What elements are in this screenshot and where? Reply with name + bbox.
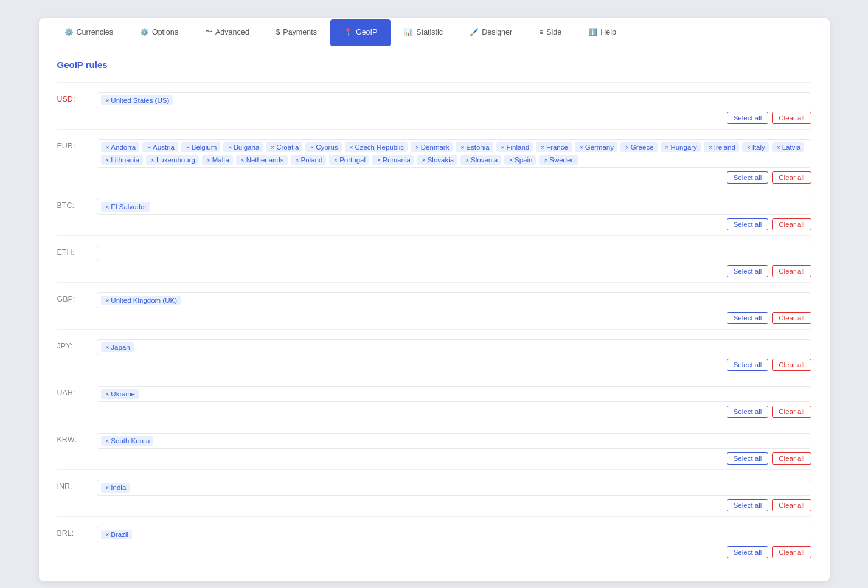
tag: ×Bulgaria bbox=[223, 142, 263, 152]
tag-remove-icon[interactable]: × bbox=[709, 144, 712, 151]
tag: ×Slovenia bbox=[460, 155, 501, 165]
tag-remove-icon[interactable]: × bbox=[106, 204, 109, 210]
tag-remove-icon[interactable]: × bbox=[350, 144, 353, 151]
tag-remove-icon[interactable]: × bbox=[334, 157, 338, 164]
tab-currencies[interactable]: ⚙️Currencies bbox=[51, 19, 127, 46]
tag-remove-icon[interactable]: × bbox=[665, 144, 669, 151]
tag: ×Poland bbox=[291, 155, 327, 165]
tag-remove-icon[interactable]: × bbox=[106, 438, 109, 444]
tag-remove-icon[interactable]: × bbox=[228, 144, 232, 151]
tab-designer[interactable]: 🖌️Designer bbox=[456, 19, 526, 46]
clear-all-button-eur[interactable]: Clear all bbox=[772, 171, 811, 184]
tags-area-krw[interactable]: ×South Korea bbox=[97, 433, 811, 449]
tag-label: South Korea bbox=[111, 437, 150, 444]
tag: ×Ireland bbox=[704, 142, 739, 152]
select-all-button-inr[interactable]: Select all bbox=[727, 499, 769, 511]
tag-remove-icon[interactable]: × bbox=[186, 144, 190, 151]
actions-row-brl: Select allClear all bbox=[97, 546, 811, 558]
tag-label: Austria bbox=[153, 144, 175, 151]
tag-remove-icon[interactable]: × bbox=[501, 144, 505, 151]
select-all-button-jpy[interactable]: Select all bbox=[727, 359, 769, 371]
tag-remove-icon[interactable]: × bbox=[151, 157, 155, 164]
tag-remove-icon[interactable]: × bbox=[422, 157, 426, 164]
tag-label: El Salvador bbox=[111, 203, 147, 210]
tag-remove-icon[interactable]: × bbox=[106, 485, 109, 491]
tag-remove-icon[interactable]: × bbox=[106, 157, 109, 164]
tags-area-gbp[interactable]: ×United Kingdom (UK) bbox=[97, 292, 811, 308]
clear-all-button-uah[interactable]: Clear all bbox=[772, 406, 811, 418]
tag-remove-icon[interactable]: × bbox=[465, 157, 469, 164]
tab-statistic[interactable]: 📊Statistic bbox=[391, 19, 456, 46]
currency-rows-container: USD:×United States (US)Select allClear a… bbox=[57, 82, 811, 563]
tab-payments[interactable]: $Payments bbox=[263, 19, 330, 46]
tag-remove-icon[interactable]: × bbox=[106, 297, 109, 304]
select-all-button-gbp[interactable]: Select all bbox=[727, 312, 769, 324]
tag-remove-icon[interactable]: × bbox=[296, 157, 299, 164]
tab-geoip[interactable]: 📍GeoIP bbox=[330, 19, 391, 46]
tag-remove-icon[interactable]: × bbox=[271, 144, 274, 151]
tab-designer-label: Designer bbox=[482, 28, 512, 36]
actions-row-eth: Select allClear all bbox=[97, 265, 811, 277]
actions-row-eur: Select allClear all bbox=[97, 171, 811, 184]
tag-remove-icon[interactable]: × bbox=[544, 157, 547, 164]
tag-remove-icon[interactable]: × bbox=[207, 157, 210, 164]
select-all-button-brl[interactable]: Select all bbox=[727, 546, 769, 558]
tag-label: India bbox=[111, 484, 126, 491]
clear-all-button-brl[interactable]: Clear all bbox=[772, 546, 811, 558]
tag-remove-icon[interactable]: × bbox=[106, 391, 109, 398]
tag-remove-icon[interactable]: × bbox=[241, 157, 245, 164]
select-all-button-uah[interactable]: Select all bbox=[727, 406, 769, 418]
clear-all-button-usd[interactable]: Clear all bbox=[772, 112, 811, 124]
tags-actions-uah: ×UkraineSelect allClear all bbox=[97, 386, 811, 418]
clear-all-button-jpy[interactable]: Clear all bbox=[772, 359, 811, 371]
tag-remove-icon[interactable]: × bbox=[777, 144, 780, 151]
clear-all-button-btc[interactable]: Clear all bbox=[772, 218, 811, 230]
tag-label: Slovakia bbox=[428, 156, 454, 164]
tag-remove-icon[interactable]: × bbox=[106, 344, 109, 351]
select-all-button-eur[interactable]: Select all bbox=[727, 171, 769, 184]
tag-remove-icon[interactable]: × bbox=[310, 144, 314, 151]
tag-remove-icon[interactable]: × bbox=[106, 531, 109, 538]
tags-area-usd[interactable]: ×United States (US) bbox=[97, 92, 811, 108]
tab-help[interactable]: ℹ️Help bbox=[575, 19, 630, 46]
select-all-button-krw[interactable]: Select all bbox=[727, 452, 769, 465]
currency-label-brl: BRL: bbox=[57, 527, 91, 538]
tags-area-eur[interactable]: ×Andorra×Austria×Belgium×Bulgaria×Croati… bbox=[97, 139, 811, 168]
clear-all-button-gbp[interactable]: Clear all bbox=[772, 312, 811, 324]
select-all-button-btc[interactable]: Select all bbox=[727, 218, 769, 230]
tag-remove-icon[interactable]: × bbox=[747, 144, 751, 151]
tags-area-btc[interactable]: ×El Salvador bbox=[97, 199, 811, 215]
select-all-button-usd[interactable]: Select all bbox=[727, 112, 769, 124]
advanced-icon: 〜 bbox=[205, 27, 212, 37]
tags-area-inr[interactable]: ×India bbox=[97, 480, 811, 496]
tab-side[interactable]: ≡Side bbox=[526, 19, 575, 46]
tag-remove-icon[interactable]: × bbox=[625, 144, 629, 151]
tags-area-uah[interactable]: ×Ukraine bbox=[97, 386, 811, 402]
tags-area-jpy[interactable]: ×Japan bbox=[97, 339, 811, 355]
tag-remove-icon[interactable]: × bbox=[106, 97, 109, 104]
tab-advanced[interactable]: 〜Advanced bbox=[192, 18, 263, 47]
currency-label-jpy: JPY: bbox=[57, 339, 91, 350]
tags-area-eth[interactable] bbox=[97, 246, 811, 261]
tag-label: Ireland bbox=[714, 144, 735, 151]
tag-remove-icon[interactable]: × bbox=[106, 144, 109, 151]
options-icon: ⚙️ bbox=[140, 28, 149, 36]
tag-label: Denmark bbox=[421, 144, 450, 151]
tag-remove-icon[interactable]: × bbox=[415, 144, 419, 151]
tag-remove-icon[interactable]: × bbox=[580, 144, 583, 151]
tag-remove-icon[interactable]: × bbox=[147, 144, 151, 151]
tags-area-brl[interactable]: ×Brazil bbox=[97, 527, 811, 542]
clear-all-button-eth[interactable]: Clear all bbox=[772, 265, 811, 277]
clear-all-button-inr[interactable]: Clear all bbox=[772, 499, 811, 511]
tag-remove-icon[interactable]: × bbox=[460, 144, 464, 151]
page-title: GeoIP rules bbox=[57, 60, 811, 70]
select-all-button-eth[interactable]: Select all bbox=[727, 265, 769, 277]
tag-remove-icon[interactable]: × bbox=[509, 157, 513, 164]
designer-icon: 🖌️ bbox=[470, 28, 479, 36]
tag-remove-icon[interactable]: × bbox=[541, 144, 544, 151]
tags-actions-jpy: ×JapanSelect allClear all bbox=[97, 339, 811, 371]
clear-all-button-krw[interactable]: Clear all bbox=[772, 452, 811, 465]
tag-remove-icon[interactable]: × bbox=[377, 157, 381, 164]
tab-options[interactable]: ⚙️Options bbox=[127, 19, 192, 46]
tag: ×Luxembourg bbox=[146, 155, 199, 165]
